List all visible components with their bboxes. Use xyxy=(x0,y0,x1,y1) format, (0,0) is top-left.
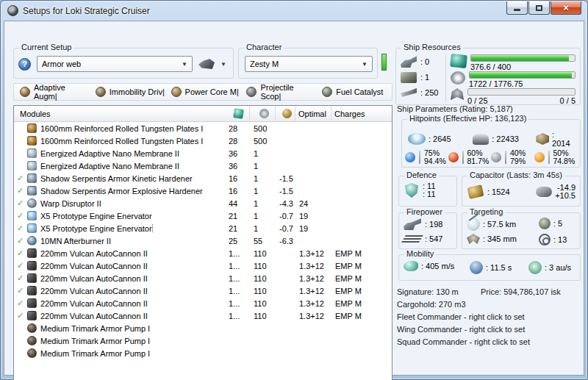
squad-commander-text[interactable]: Squad Commander - right click to set xyxy=(397,337,530,346)
chevron-down-icon: ▼ xyxy=(182,61,187,68)
module-name: Shadow Serpentis Armor Kinetic Hardener xyxy=(40,174,226,183)
table-row[interactable]: 220mm Vulcan AutoCannon II 1... 110 1.3+… xyxy=(14,309,392,322)
column-capacitor[interactable] xyxy=(276,106,295,121)
volley-icon xyxy=(404,218,421,230)
shield-hp-icon xyxy=(408,133,426,145)
module-cpu: 28 xyxy=(226,137,251,146)
app-icon xyxy=(7,5,18,16)
cpu-bar xyxy=(470,54,576,62)
module-cpu: 1... xyxy=(226,262,251,270)
module-icon xyxy=(27,123,37,133)
column-modules[interactable]: Modules xyxy=(17,106,225,121)
ship-menu-chevron-icon[interactable]: ▼ xyxy=(220,61,226,68)
table-row[interactable]: X5 Prototype Engine Enervator 21 1 -0.7 … xyxy=(14,209,392,222)
defence-label: Defence xyxy=(404,171,439,179)
module-powergrid: 1 xyxy=(251,199,276,208)
armor-resist-value: 74.8% xyxy=(553,157,576,165)
table-row[interactable]: Medium Trimark Armor Pump I xyxy=(14,334,392,347)
fleet-commander-text[interactable]: Fleet Commander - right click to set xyxy=(397,312,525,321)
module-cpu: 16 xyxy=(226,174,251,183)
table-row[interactable]: 10MN Afterburner II 25 55 -6.3 xyxy=(14,234,392,247)
table-row[interactable]: 220mm Vulcan AutoCannon II 1... 110 1.3+… xyxy=(14,247,392,259)
module-icon xyxy=(27,236,37,245)
module-powergrid: 1 xyxy=(251,212,276,221)
subsystem-button[interactable]: Adaptive Augm| xyxy=(14,84,90,100)
column-optimal[interactable]: Optimal xyxy=(295,106,331,121)
module-name: Medium Trimark Armor Pump I xyxy=(40,337,226,345)
capacitor-recharge-icon xyxy=(536,187,552,197)
help-icon[interactable]: ? xyxy=(18,58,31,71)
active-check-icon xyxy=(17,249,27,257)
resist-cell: 60% 81.7% xyxy=(448,149,492,165)
character-label: Character xyxy=(244,43,284,51)
cargohold-text: Cargohold: 270 m3 xyxy=(397,300,466,309)
module-optimal: 1.3+12 xyxy=(296,312,332,320)
module-cap-use: -6.3 xyxy=(276,237,296,245)
minimize-button[interactable] xyxy=(506,1,528,15)
table-row[interactable]: 220mm Vulcan AutoCannon II 1... 110 1.3+… xyxy=(14,272,392,284)
column-powergrid[interactable] xyxy=(250,106,276,121)
app-window: Setups for Loki Strategic Cruiser × Curr… xyxy=(0,0,588,380)
module-name: 220mm Vulcan AutoCannon II xyxy=(40,299,226,308)
table-row[interactable]: Shadow Serpentis Armor Kinetic Hardener … xyxy=(14,172,392,184)
module-icon xyxy=(27,186,37,196)
table-row[interactable]: X5 Prototype Engine Enervator 21 1 -0.7 … xyxy=(14,222,392,234)
table-row[interactable]: Energized Adaptive Nano Membrane II 36 1 xyxy=(14,159,392,172)
resist-divider xyxy=(419,151,420,164)
active-check-icon xyxy=(17,299,27,307)
module-optimal: 1.3+12 xyxy=(296,287,332,295)
module-icon xyxy=(27,348,37,358)
module-powergrid: 110 xyxy=(251,312,276,320)
chevron-down-icon: ▼ xyxy=(362,61,368,68)
table-row[interactable]: 1600mm Reinforced Rolled Tungsten Plates… xyxy=(14,122,392,135)
column-cpu[interactable] xyxy=(225,106,250,121)
cpu-column-icon xyxy=(233,108,244,119)
powergrid-text: 1722 / 1776.75 xyxy=(469,79,576,88)
subsystem-button[interactable]: Projectile Scop| xyxy=(240,84,316,100)
table-row[interactable]: Warp Disruptor II 44 1 -4.3 24 xyxy=(14,197,392,209)
drone-slots-text: 0 / 5 xyxy=(560,96,576,105)
targeting-label: Targeting xyxy=(467,207,505,216)
module-name: 220mm Vulcan AutoCannon II xyxy=(40,312,226,320)
hitpoints-group: Hitpoints (Effective HP: 136,123) : 2645… xyxy=(401,119,581,168)
close-button[interactable]: × xyxy=(551,1,581,15)
module-cpu: 1... xyxy=(226,299,251,308)
module-name: X5 Prototype Engine Enervator xyxy=(40,224,226,233)
module-name: Energized Adaptive Nano Membrane II xyxy=(40,162,226,171)
mobility-group: Mobility : 405 m/s : 11.5 s : 3 au/s xyxy=(398,254,581,281)
table-row[interactable]: Energized Adaptive Nano Membrane II 36 1 xyxy=(14,147,392,159)
table-row[interactable]: Medium Trimark Armor Pump I xyxy=(14,347,392,359)
column-charges[interactable]: Charges xyxy=(331,106,392,121)
table-row[interactable]: Shadow Serpentis Armor Explosive Hardene… xyxy=(14,184,392,197)
subsystem-button[interactable]: Power Core M| xyxy=(165,84,241,100)
setup-select[interactable]: Armor web ▼ xyxy=(37,56,193,72)
wing-commander-text[interactable]: Wing Commander - right click to set xyxy=(397,325,525,334)
subsystem-bar: Adaptive Augm| Immobility Driv| Power Co… xyxy=(13,83,392,101)
table-row[interactable]: 220mm Vulcan AutoCannon II 1... 110 1.3+… xyxy=(14,297,392,309)
module-powergrid: 1 xyxy=(251,224,276,233)
subsystem-label: Adaptive Augm| xyxy=(34,83,90,101)
character-select[interactable]: Zesty M ▼ xyxy=(245,56,373,72)
titlebar[interactable]: Setups for Loki Strategic Cruiser xyxy=(1,1,587,21)
table-row[interactable]: 1600mm Reinforced Rolled Tungsten Plates… xyxy=(14,135,392,147)
table-row[interactable]: 220mm Vulcan AutoCannon II 1... 110 1.3+… xyxy=(14,284,392,297)
ship-print-icon[interactable] xyxy=(198,59,215,69)
subsystem-icon xyxy=(20,87,30,97)
table-row[interactable]: 220mm Vulcan AutoCannon II 1... 110 1.3+… xyxy=(14,259,392,272)
max-velocity-icon xyxy=(404,261,418,271)
window-title: Setups for Loki Strategic Cruiser xyxy=(23,6,150,16)
table-row[interactable]: Medium Trimark Armor Pump I xyxy=(14,322,392,334)
subsystem-label: Power Core M| xyxy=(185,87,239,96)
signature-text: Signature: 130 m xyxy=(397,287,459,296)
cpu-icon xyxy=(450,54,467,68)
hitpoints-label: Hitpoints (Effective HP: 136,123) xyxy=(407,114,528,123)
module-icon xyxy=(27,161,37,171)
maximize-button[interactable] xyxy=(528,1,550,15)
subsystem-button[interactable]: Immobility Driv| xyxy=(90,84,165,100)
subsystem-button[interactable]: Fuel Catalyst xyxy=(316,84,392,100)
powergrid-icon xyxy=(451,71,465,85)
resist-divider xyxy=(462,151,464,164)
capacitor-amount-icon xyxy=(467,184,484,199)
module-name: Shadow Serpentis Armor Explosive Hardene… xyxy=(40,187,226,196)
module-powergrid: 1 xyxy=(251,187,276,196)
